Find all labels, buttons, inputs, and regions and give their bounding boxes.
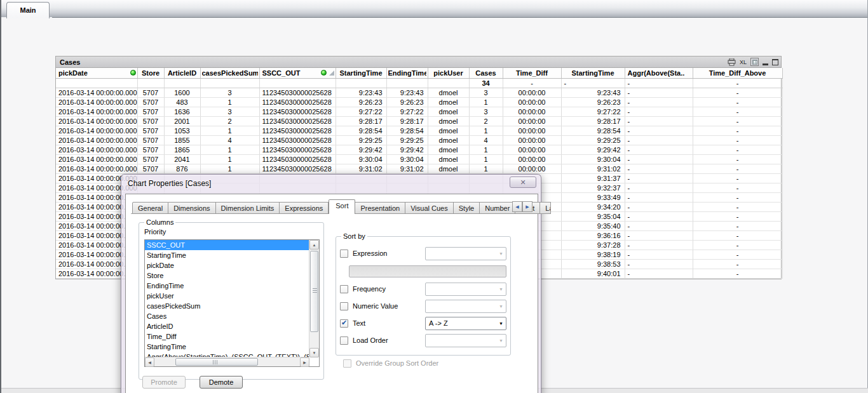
table-cell[interactable]: 1855 (164, 135, 200, 145)
table-cell[interactable]: 2041 (164, 154, 200, 164)
table-cell[interactable]: 5707 (137, 97, 164, 107)
table-cell[interactable]: 9:28:54 (336, 126, 386, 135)
table-cell[interactable]: 1 (469, 126, 503, 135)
table-cell[interactable]: 2016-03-14 00:00:00.000 (56, 145, 137, 154)
column-header-Time_Diff_Above[interactable]: Time_Diff_Above (693, 68, 782, 78)
table-cell[interactable]: dmoel (428, 154, 469, 164)
print-icon[interactable] (728, 58, 736, 66)
table-cell[interactable]: 1 (469, 154, 503, 164)
table-cell[interactable]: 1 (469, 164, 503, 173)
demote-button[interactable]: Demote (200, 376, 243, 389)
table-cell[interactable]: - (625, 126, 693, 135)
table-cell[interactable]: 483 (164, 97, 200, 107)
table-cell[interactable]: 2016-03-14 00:00:00.000 (56, 164, 137, 173)
table-cell[interactable]: 9:35:04 (561, 211, 625, 221)
column-header-pickUser[interactable]: pickUser (428, 68, 469, 78)
table-cell[interactable]: 9:29:42 (386, 145, 428, 154)
frequency-combobox[interactable] (425, 283, 506, 296)
table-cell[interactable]: 2016-03-14 00:00:00.000 (56, 154, 137, 164)
priority-list-item[interactable]: Store (145, 270, 309, 281)
table-cell[interactable]: - (625, 154, 693, 164)
column-header-StartingTime[interactable]: StartingTime (561, 68, 625, 78)
table-cell[interactable]: - (693, 211, 782, 221)
priority-list-item[interactable]: EndingTime (145, 281, 309, 291)
table-cell[interactable]: 9:28:54 (386, 126, 428, 135)
table-cell[interactable]: - (693, 230, 782, 240)
table-cell[interactable]: 9:23:43 (561, 88, 625, 97)
table-cell[interactable]: dmoel (428, 126, 469, 135)
table-cell[interactable]: - (693, 135, 782, 145)
table-cell[interactable]: dmoel (428, 88, 469, 97)
table-cell[interactable]: dmoel (428, 145, 469, 154)
table-cell[interactable]: 9:32:37 (561, 183, 625, 192)
table-cell[interactable]: - (625, 135, 693, 145)
table-cell[interactable]: - (693, 221, 782, 230)
table-cell[interactable]: - (625, 145, 693, 154)
table-cell[interactable]: - (625, 164, 693, 173)
dialog-tab-style[interactable]: Style (454, 202, 480, 214)
table-cell[interactable]: 9:28:17 (561, 116, 625, 126)
table-cell[interactable]: 9:33:49 (561, 192, 625, 202)
table-cell[interactable]: 9:28:17 (336, 116, 386, 126)
column-header-EndingTime[interactable]: EndingTime (386, 68, 428, 78)
horizontal-scrollbar[interactable]: ◀ ▶ (145, 357, 309, 366)
priority-list-item[interactable]: pickDate (145, 260, 309, 270)
table-cell[interactable]: - (625, 240, 693, 250)
table-cell[interactable]: - (693, 250, 782, 259)
expression-edit-field[interactable] (349, 265, 506, 277)
table-cell[interactable]: 1600 (164, 88, 200, 97)
priority-list-item[interactable]: ArticleID (145, 321, 309, 331)
column-header-Aggr(Above(Sta..[interactable]: Aggr(Above(Sta.. (625, 68, 693, 78)
table-cell[interactable]: 00:00:00 (503, 97, 561, 107)
table-cell[interactable]: 5707 (137, 126, 164, 135)
table-cell[interactable]: 9:27:22 (336, 107, 386, 116)
table-cell[interactable]: 5707 (137, 135, 164, 145)
dialog-tab-dimensions[interactable]: Dimensions (168, 202, 215, 214)
table-cell[interactable]: 1865 (164, 145, 200, 154)
table-cell[interactable]: 9:26:23 (336, 97, 386, 107)
table-cell[interactable]: 9:35:40 (561, 221, 625, 230)
table-cell[interactable]: dmoel (428, 135, 469, 145)
table-cell[interactable]: 5707 (137, 107, 164, 116)
dialog-tab-la[interactable]: La (540, 202, 551, 214)
scroll-up-icon[interactable]: ▲ (309, 240, 319, 250)
column-header-pickDate[interactable]: pickDate (56, 68, 137, 78)
table-cell[interactable]: 9:38:19 (561, 250, 625, 259)
column-header-casesPickedSum[interactable]: casesPickedSum (200, 68, 259, 78)
table-cell[interactable]: 9:40:01 (561, 269, 625, 278)
table-cell[interactable]: 9:23:43 (386, 88, 428, 97)
table-cell[interactable]: - (693, 88, 782, 97)
table-cell[interactable]: 9:29:25 (561, 135, 625, 145)
table-cell[interactable]: 9:28:17 (386, 116, 428, 126)
priority-list-item[interactable]: pickUser (145, 291, 309, 301)
sort-indicator-icon[interactable] (329, 70, 334, 76)
priority-list-item[interactable]: Time_Diff (145, 331, 309, 342)
export-excel-icon[interactable]: XL (740, 58, 747, 66)
dialog-tab-number[interactable]: Number (480, 202, 515, 214)
table-cell[interactable]: - (693, 269, 782, 278)
load-order-combobox[interactable] (425, 334, 506, 347)
table-cell[interactable]: 112345030000025628 (259, 135, 336, 145)
table-cell[interactable]: 00:00:00 (503, 145, 561, 154)
priority-list-item[interactable]: StartingTime (145, 342, 309, 352)
table-cell[interactable]: dmoel (428, 107, 469, 116)
priority-list-item[interactable]: Cases (145, 311, 309, 321)
table-cell[interactable]: 1 (469, 97, 503, 107)
table-cell[interactable]: 9:26:23 (561, 97, 625, 107)
priority-list-item[interactable]: StartingTime (145, 250, 309, 260)
table-cell[interactable]: - (625, 259, 693, 269)
table-cell[interactable]: 1 (200, 164, 259, 173)
column-header-ArticleID[interactable]: ArticleID (164, 68, 200, 78)
table-cell[interactable]: 2016-03-14 00:00:00.000 (56, 97, 137, 107)
horizontal-scroll-thumb[interactable] (175, 358, 258, 366)
table-cell[interactable]: 3 (469, 88, 503, 97)
table-cell[interactable]: - (693, 192, 782, 202)
table-cell[interactable]: 00:00:00 (503, 154, 561, 164)
vertical-scrollbar[interactable]: ▲ ▼ (309, 240, 319, 357)
table-cell[interactable]: 9:29:25 (386, 135, 428, 145)
table-cell[interactable]: - (625, 116, 693, 126)
table-cell[interactable]: - (693, 107, 782, 116)
table-cell[interactable]: 1636 (164, 107, 200, 116)
expression-checkbox[interactable] (340, 250, 348, 258)
table-cell[interactable]: - (693, 154, 782, 164)
